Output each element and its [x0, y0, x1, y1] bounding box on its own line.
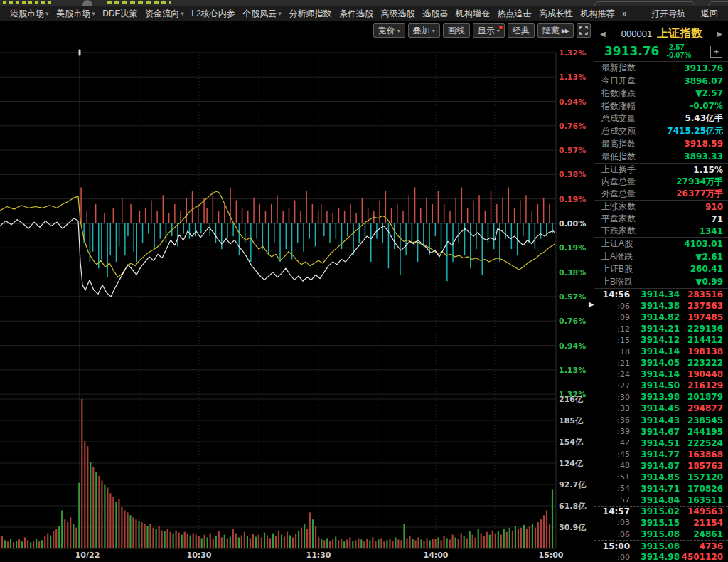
tick-row[interactable]: :243914.14190448	[594, 369, 728, 380]
menu-item-label: 个股风云	[242, 8, 277, 20]
menu-item[interactable]: 资金流向▾	[144, 8, 186, 20]
menu-item[interactable]: 热点追击	[496, 8, 532, 20]
menu-item-nav[interactable]: 打开导航	[650, 8, 687, 20]
tick-time: :09	[600, 313, 630, 322]
stat-value: 26377万手	[676, 188, 723, 200]
stats-section: 上涨家数910平盘家数71下跌家数1341	[594, 201, 728, 238]
titlebar-fragment	[3, 1, 53, 4]
toolbar-button[interactable]: 隐藏▶▶	[537, 23, 574, 38]
stat-value: 910	[705, 202, 723, 212]
add-to-watchlist-button[interactable]: ＋	[710, 46, 722, 58]
toolbar-button[interactable]: 显示▾	[473, 23, 505, 38]
tick-volume: 197485	[680, 312, 723, 322]
tick-price: 3914.12	[630, 335, 680, 345]
tick-row[interactable]: 14:573915.02149563	[594, 506, 728, 517]
svg-text:0.38%: 0.38%	[559, 170, 586, 179]
svg-text:0.00%: 0.00%	[559, 219, 586, 228]
menu-item[interactable]: 美股市场▾	[55, 8, 97, 20]
svg-text:10/22: 10/22	[75, 551, 100, 560]
tick-row[interactable]: :573914.84163511	[594, 494, 728, 506]
svg-text:124亿: 124亿	[559, 459, 584, 468]
tick-row[interactable]: :093914.82197485	[594, 312, 728, 323]
tick-row[interactable]: 15:003915.084736	[594, 540, 728, 551]
menu-item[interactable]: 个股风云▾	[241, 8, 283, 20]
tick-row[interactable]: :063914.38237563	[594, 300, 728, 312]
tick-price: 3914.50	[630, 381, 680, 391]
menu-item-label: »	[622, 9, 627, 18]
stat-value: 27934万手	[676, 176, 723, 188]
expand-button[interactable]	[577, 23, 591, 38]
tick-row[interactable]: :003914.984501120	[594, 551, 728, 562]
next-stock-arrow-icon[interactable]: ▶	[717, 30, 722, 38]
tick-row[interactable]: :543914.71170826	[594, 483, 728, 494]
tick-price: 3915.15	[630, 518, 680, 528]
tick-row[interactable]: :033915.1521154	[594, 517, 728, 529]
stat-value: 3893.33	[684, 152, 723, 161]
stat-row: 指数涨跌▼2.57	[594, 88, 728, 100]
tick-time: :48	[600, 461, 630, 470]
tick-row[interactable]: :063915.0824861	[594, 529, 728, 540]
menu-item[interactable]: 选股器	[421, 8, 449, 20]
tick-row[interactable]: :333914.45294877	[594, 403, 728, 414]
tick-row[interactable]: :483914.87185763	[594, 460, 728, 472]
expand-icon	[579, 26, 588, 35]
tick-row[interactable]: :393914.67244195	[594, 426, 728, 438]
panel-collapse-arrow[interactable]: ▶	[589, 300, 594, 308]
menu-item[interactable]: 高成长性	[537, 8, 574, 20]
menu-item-label: L2核心内参	[191, 8, 235, 20]
svg-text:0.38%: 0.38%	[559, 268, 586, 277]
tick-row[interactable]: :153914.12214412	[594, 334, 728, 346]
tick-row[interactable]: :123914.21229136	[594, 323, 728, 334]
svg-text:0.19%: 0.19%	[559, 195, 586, 204]
stat-value: 4103.01	[684, 239, 723, 249]
stat-value: 1.15%	[693, 165, 723, 175]
stat-row: 总成交额7415.25亿元	[594, 125, 728, 138]
tick-price: 3914.67	[630, 427, 680, 437]
menu-item-label: 高级选股	[381, 8, 415, 20]
tick-price: 3914.71	[630, 484, 680, 494]
tick-list[interactable]: 14:563914.34283516:063914.38237563:09391…	[594, 289, 728, 562]
prev-stock-arrow-icon[interactable]: ◀	[600, 30, 606, 38]
menu-item[interactable]: 高级选股	[380, 8, 417, 20]
toolbar-button[interactable]: 经典	[508, 23, 535, 38]
tick-row[interactable]: :453914.77163868	[594, 449, 728, 460]
menu-item[interactable]: 分析师指数	[287, 8, 333, 20]
menu-item[interactable]: 条件选股	[338, 8, 375, 20]
tick-row[interactable]: :363914.43238545	[594, 415, 728, 426]
tick-volume: 170826	[680, 484, 723, 494]
menu-item[interactable]: 港股市场▾	[9, 8, 50, 20]
quote-stats: 最新指数3913.76今日开盘3896.07指数涨跌▼2.57指数涨幅-0.07…	[594, 62, 728, 289]
tick-price: 3914.77	[630, 450, 680, 460]
menu-item[interactable]: 机构推荐	[579, 8, 616, 20]
toolbar-button[interactable]: 叠加▾	[408, 23, 440, 38]
stat-row: 上涨家数910	[594, 201, 728, 213]
toolbar-button-label: 竞价	[378, 25, 395, 37]
toolbar-button[interactable]: 竞价▾	[373, 23, 405, 38]
tick-row[interactable]: :213914.05223222	[594, 357, 728, 369]
tick-price: 3914.14	[630, 369, 680, 379]
menu-item[interactable]: 机构增仓	[454, 8, 491, 20]
tick-row[interactable]: :183914.14198138	[594, 346, 728, 357]
tick-row[interactable]: :513914.85157120	[594, 472, 728, 483]
tick-row[interactable]: :423914.51222524	[594, 438, 728, 449]
tick-price: 3914.21	[630, 324, 680, 334]
chevron-down-icon: ▾	[92, 10, 95, 17]
menu-item-label: 分析师指数	[289, 8, 331, 20]
menu-item[interactable]: »	[621, 8, 628, 20]
menu-item[interactable]: L2核心内参	[190, 8, 236, 20]
tick-time: :06	[600, 530, 630, 539]
tick-row[interactable]: :273914.50216129	[594, 380, 728, 391]
tick-price: 3915.02	[630, 507, 680, 516]
titlebar-fragment	[708, 1, 728, 6]
intraday-chart[interactable]: 1.32%1.13%0.94%0.76%0.57%0.38%0.19%0.00%…	[0, 39, 594, 562]
stat-label: 上B涨跌	[601, 276, 633, 288]
tick-row[interactable]: :303913.98201879	[594, 391, 728, 403]
svg-text:61.8亿: 61.8亿	[559, 502, 587, 511]
tick-row[interactable]: 14:563914.34283516	[594, 289, 728, 300]
menu-item-label: 资金流向	[145, 8, 179, 20]
toolbar-button[interactable]: 画线	[443, 23, 470, 38]
menu-item[interactable]: DDE决策	[101, 8, 139, 20]
tick-time: :21	[600, 359, 630, 368]
tick-volume: 283516	[680, 290, 723, 299]
menu-item-nav[interactable]: 返回	[700, 8, 719, 20]
